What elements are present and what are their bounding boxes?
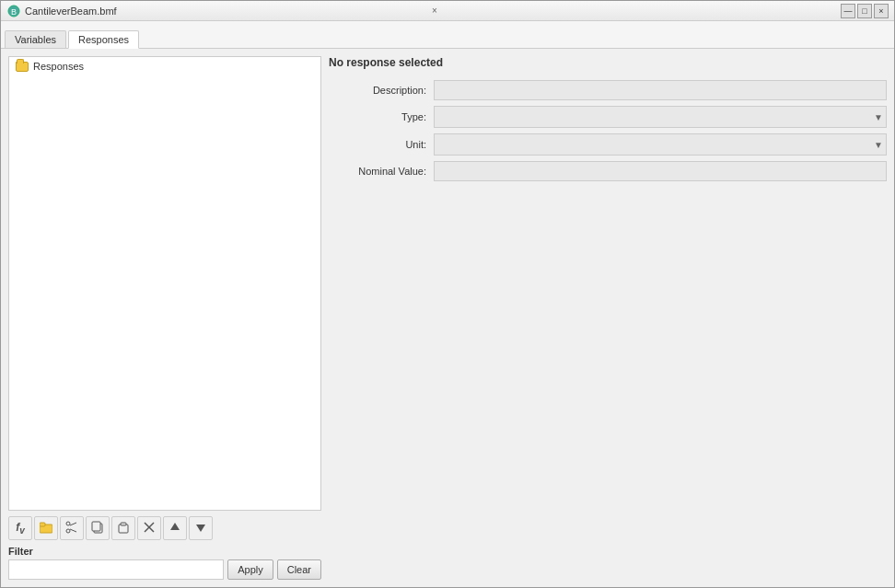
type-select[interactable] bbox=[434, 106, 887, 128]
window-title: CantileverBeam.bmf bbox=[25, 6, 428, 17]
fx-icon: fv bbox=[16, 521, 25, 536]
svg-text:B: B bbox=[11, 7, 17, 17]
title-bar: B CantileverBeam.bmf × — □ × bbox=[1, 1, 894, 21]
delete-button[interactable] bbox=[137, 516, 161, 540]
folder-button[interactable] bbox=[34, 516, 58, 540]
svg-line-6 bbox=[70, 523, 76, 525]
arrow-down-icon bbox=[194, 521, 207, 536]
move-down-button[interactable] bbox=[189, 516, 213, 540]
minimize-button[interactable]: — bbox=[841, 4, 855, 18]
tab-variables[interactable]: Variables bbox=[5, 30, 66, 48]
delete-icon bbox=[143, 521, 156, 536]
no-response-title: No response selected bbox=[329, 56, 887, 69]
maximize-button[interactable]: □ bbox=[857, 4, 872, 18]
copy-icon bbox=[91, 521, 104, 536]
tree-root-item[interactable]: Responses bbox=[9, 57, 320, 75]
scissors-icon bbox=[65, 521, 78, 536]
svg-rect-11 bbox=[121, 523, 126, 525]
main-content: Responses fv bbox=[1, 49, 894, 587]
arrow-up-icon bbox=[169, 521, 181, 536]
tree-view[interactable]: Responses bbox=[8, 56, 321, 511]
type-select-wrapper: ▼ bbox=[434, 106, 887, 128]
svg-line-7 bbox=[70, 529, 76, 532]
tab-responses[interactable]: Responses bbox=[68, 30, 139, 49]
tabs-bar: Variables Responses bbox=[1, 21, 894, 49]
close-button[interactable]: × bbox=[874, 4, 889, 18]
svg-marker-14 bbox=[170, 523, 180, 530]
unit-label: Unit: bbox=[329, 139, 430, 150]
unit-select[interactable] bbox=[434, 133, 887, 156]
description-input[interactable] bbox=[434, 80, 887, 100]
svg-rect-9 bbox=[92, 522, 100, 531]
svg-point-5 bbox=[66, 529, 70, 533]
title-tab-close[interactable]: × bbox=[432, 6, 437, 16]
filter-label: Filter bbox=[8, 546, 321, 557]
paste-button[interactable] bbox=[111, 516, 135, 540]
toolbar: fv bbox=[8, 514, 321, 542]
apply-button[interactable]: Apply bbox=[227, 559, 273, 580]
move-up-button[interactable] bbox=[163, 516, 187, 540]
filter-input[interactable] bbox=[8, 559, 224, 580]
filter-section: Filter Apply Clear bbox=[8, 546, 321, 580]
clear-button[interactable]: Clear bbox=[277, 559, 321, 580]
fx-button[interactable]: fv bbox=[8, 516, 32, 540]
svg-marker-15 bbox=[196, 525, 205, 532]
app-icon: B bbox=[6, 4, 21, 18]
cut-button[interactable] bbox=[60, 516, 84, 540]
unit-select-wrapper: ▼ bbox=[434, 133, 887, 156]
filter-row: Apply Clear bbox=[8, 559, 321, 580]
description-label: Description: bbox=[329, 85, 430, 96]
type-label: Type: bbox=[329, 111, 430, 122]
folder-icon bbox=[40, 521, 52, 536]
paste-icon bbox=[117, 521, 130, 536]
right-panel: No response selected Description: Type: … bbox=[329, 56, 887, 580]
svg-point-4 bbox=[66, 522, 70, 525]
copy-button[interactable] bbox=[86, 516, 110, 540]
folder-icon bbox=[15, 60, 29, 73]
tree-root-label: Responses bbox=[33, 61, 84, 72]
left-panel: Responses fv bbox=[8, 56, 321, 580]
window-controls: — □ × bbox=[841, 4, 889, 18]
response-form: Description: Type: ▼ Unit: ▼ Nominal Val… bbox=[329, 80, 887, 181]
nominal-label: Nominal Value: bbox=[329, 166, 430, 177]
main-window: B CantileverBeam.bmf × — □ × Variables R… bbox=[0, 0, 895, 588]
nominal-input[interactable] bbox=[434, 161, 887, 181]
svg-rect-3 bbox=[40, 523, 45, 526]
